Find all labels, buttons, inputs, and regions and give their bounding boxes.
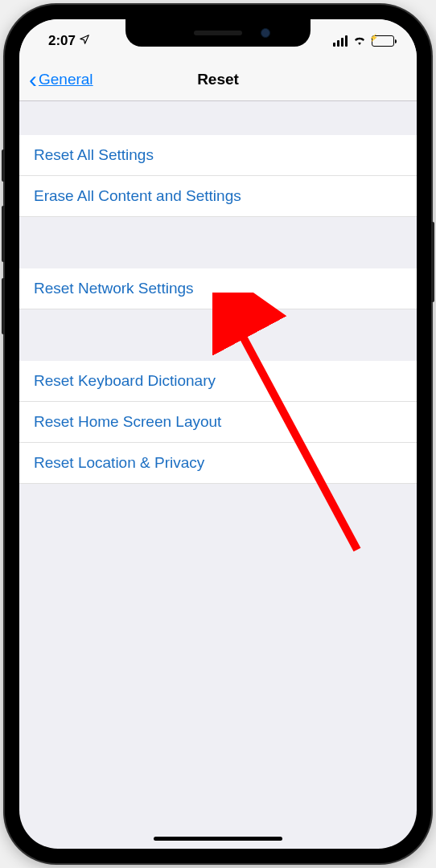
content: Reset All Settings Erase All Content and…: [19, 101, 417, 484]
status-time: 2:07: [48, 33, 76, 49]
battery-icon: ⚡: [372, 35, 394, 47]
reset-network-settings[interactable]: Reset Network Settings: [19, 268, 417, 309]
signal-icon: [333, 35, 348, 47]
reset-keyboard-dictionary[interactable]: Reset Keyboard Dictionary: [19, 361, 417, 402]
wifi-icon: [352, 33, 367, 49]
back-button-label: General: [39, 71, 93, 88]
notch: [125, 19, 311, 47]
erase-all-content-settings[interactable]: Erase All Content and Settings: [19, 176, 417, 217]
back-button[interactable]: ‹ General: [29, 68, 93, 92]
reset-home-screen-layout[interactable]: Reset Home Screen Layout: [19, 402, 417, 443]
nav-bar: ‹ General Reset: [19, 58, 417, 101]
reset-all-settings[interactable]: Reset All Settings: [19, 135, 417, 176]
location-arrow-icon: [79, 33, 90, 49]
screen: 2:07 ⚡ ‹ General Reset: [19, 19, 417, 849]
svg-point-0: [359, 43, 360, 44]
phone-frame: 2:07 ⚡ ‹ General Reset: [5, 5, 431, 863]
nav-title: Reset: [197, 71, 239, 88]
chevron-left-icon: ‹: [29, 68, 37, 92]
reset-location-privacy[interactable]: Reset Location & Privacy: [19, 443, 417, 484]
home-indicator[interactable]: [154, 837, 282, 841]
